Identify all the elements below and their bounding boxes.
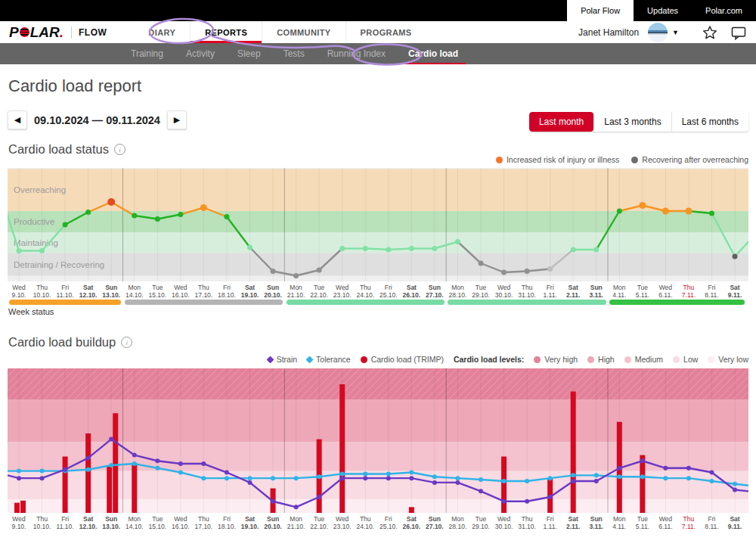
nav-item-programs[interactable]: PROGRAMS xyxy=(345,21,426,43)
next-period-button[interactable]: ▶ xyxy=(167,110,187,129)
status-section-title: Cardio load status i xyxy=(8,142,125,157)
strain-point xyxy=(155,458,160,463)
status-legend-recovering: Recovering after overreaching xyxy=(631,155,748,164)
star-icon[interactable] xyxy=(702,24,718,41)
tolerance-point xyxy=(455,476,460,480)
status-point-12-10- xyxy=(85,210,91,215)
polar-logo-o-icon xyxy=(20,27,29,37)
logo-letters: LAR xyxy=(30,24,60,41)
strain-point xyxy=(548,495,553,499)
trimp-bar-13-10- xyxy=(107,467,112,513)
trimp-bar-5-11- xyxy=(640,455,645,513)
status-point-16-10- xyxy=(178,212,183,217)
cardio-load-levels-label: Cardio load levels: xyxy=(454,355,524,364)
user-name[interactable]: Janet Hamilton xyxy=(578,27,639,38)
trimp-bar-2-11- xyxy=(571,392,576,513)
status-section-title-text: Cardio load status xyxy=(8,142,109,157)
feedback-chat-icon[interactable] xyxy=(730,24,747,41)
tolerance-point xyxy=(617,474,621,479)
status-legend-increased-marker-icon xyxy=(496,157,503,163)
nav-item-reports[interactable]: REPORTS xyxy=(190,21,262,43)
tolerance-point xyxy=(548,476,553,480)
status-point-15-10- xyxy=(155,216,160,222)
polar-logo[interactable]: PLAR. FLOW xyxy=(9,24,107,41)
level-legend-high-marker-icon xyxy=(587,356,594,363)
status-point-20-10- xyxy=(271,269,276,274)
status-point-4-11- xyxy=(617,209,622,214)
date-navigator: ◀ 09.10.2024 — 09.11.2024 ▶ xyxy=(8,110,187,129)
tolerance-point xyxy=(132,461,137,466)
week-status-segment-2 xyxy=(125,300,283,305)
zone-label-overreaching: Overreaching xyxy=(14,185,66,194)
buildup-legend-tolerance: Tolerance xyxy=(307,355,351,364)
nav-item-diary[interactable]: DIARY xyxy=(134,21,190,43)
trimp-bar-12-10- xyxy=(85,433,91,513)
status-point-9-11- xyxy=(733,254,738,259)
subnav-item-activity[interactable]: Activity xyxy=(178,43,222,64)
level-band-low xyxy=(8,471,748,499)
tolerance-point xyxy=(271,476,275,480)
status-legend: Increased risk of injury or illnessRecov… xyxy=(496,155,748,164)
level-legend-high-label: High xyxy=(598,355,615,364)
strain-point xyxy=(594,479,599,483)
strain-point xyxy=(340,476,345,480)
range-button-last-month[interactable]: Last month xyxy=(529,112,593,132)
subnav-item-sleep[interactable]: Sleep xyxy=(230,43,268,64)
cardio-load-status-chart: OverreachingProductiveMaintainingDetrain… xyxy=(8,168,748,281)
level-legend-very-high-marker-icon xyxy=(534,356,541,363)
level-legend-very-low-marker-icon xyxy=(708,356,714,363)
subnav-item-training[interactable]: Training xyxy=(123,43,171,64)
buildup-legend-tolerance-label: Tolerance xyxy=(316,355,351,364)
status-point-13-10- xyxy=(107,198,115,206)
chevron-down-icon[interactable]: ▼ xyxy=(672,29,679,36)
buildup-legend-strain: Strain xyxy=(268,355,297,364)
level-band-very-low xyxy=(8,499,748,513)
tolerance-point xyxy=(479,477,483,482)
status-point-23-10- xyxy=(339,246,345,251)
status-legend-recovering-label: Recovering after overreaching xyxy=(642,155,748,164)
strain-point xyxy=(409,476,414,480)
range-button-last-3-months[interactable]: Last 3 months xyxy=(593,112,671,132)
strain-point xyxy=(132,453,137,458)
strain-point xyxy=(109,437,113,442)
level-legend-low-label: Low xyxy=(683,355,698,364)
topbar-tab-polar-com[interactable]: Polar.com xyxy=(692,0,756,21)
prev-period-button[interactable]: ◀ xyxy=(8,110,27,129)
tolerance-point xyxy=(710,479,714,483)
status-point-5-11- xyxy=(639,202,646,209)
status-point-2-11- xyxy=(571,247,576,253)
status-point-8-11- xyxy=(709,211,714,216)
buildup-legend: StrainToleranceCardio load (TRIMP)Cardio… xyxy=(268,355,748,364)
strain-point xyxy=(178,461,183,466)
strain-point xyxy=(640,458,645,463)
tolerance-point xyxy=(640,474,645,479)
status-point-25-10- xyxy=(386,247,391,253)
strain-point xyxy=(17,476,21,480)
buildup-info-icon[interactable]: i xyxy=(121,337,132,348)
very-high-hatch-overlay xyxy=(8,368,748,399)
strain-point xyxy=(663,466,668,471)
subnav-item-tests[interactable]: Tests xyxy=(276,43,312,64)
topbar-tab-updates[interactable]: Updates xyxy=(634,0,692,21)
strain-point xyxy=(617,466,621,471)
status-point-26-10- xyxy=(409,246,414,251)
strain-point xyxy=(40,476,45,480)
axis-date: 9.11. xyxy=(721,291,748,299)
status-info-icon[interactable]: i xyxy=(114,144,125,155)
tolerance-point xyxy=(86,467,91,472)
trimp-bar-30-10- xyxy=(501,457,507,513)
nav-item-community[interactable]: COMMUNITY xyxy=(262,21,345,43)
status-point-28-10- xyxy=(455,239,460,244)
tolerance-point xyxy=(432,474,437,479)
tolerance-point xyxy=(17,469,21,474)
subnav-item-running-index[interactable]: Running Index xyxy=(320,43,393,64)
status-point-29-10- xyxy=(479,261,484,266)
topbar-tab-polar-flow[interactable]: Polar Flow xyxy=(567,0,634,21)
range-button-last-6-months[interactable]: Last 6 months xyxy=(671,112,748,132)
avatar[interactable] xyxy=(648,23,668,42)
subnav-item-cardio-load[interactable]: Cardio load xyxy=(401,43,466,64)
nav-menu: DIARYREPORTSCOMMUNITYPROGRAMS xyxy=(134,21,426,43)
level-legend-medium-label: Medium xyxy=(635,355,663,364)
strain-point xyxy=(733,487,737,492)
axis-label-9-11-: Sat9.11. xyxy=(721,284,748,299)
